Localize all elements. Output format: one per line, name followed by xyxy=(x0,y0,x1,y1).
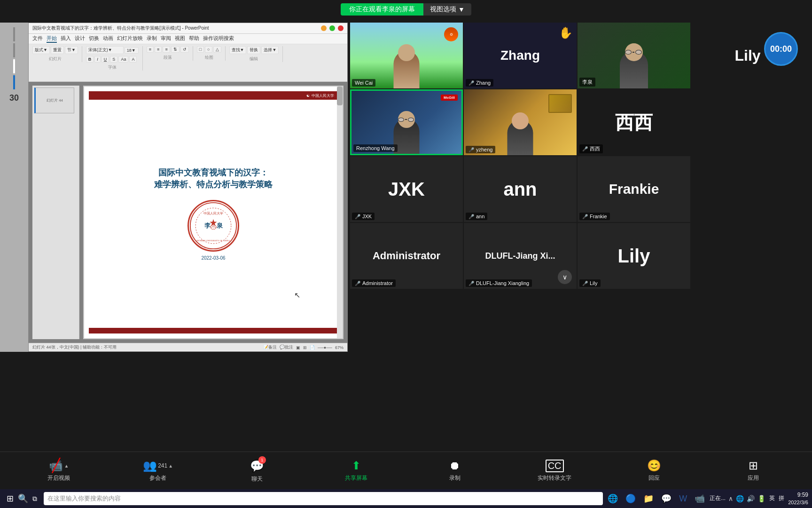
toolbar-apps[interactable]: ⊞ 应用 xyxy=(737,459,770,482)
align-center[interactable]: ≡ xyxy=(155,46,162,53)
select-btn[interactable]: 选择▼ xyxy=(261,46,279,54)
zoom-slider[interactable]: ──●── xyxy=(318,345,332,350)
people-icon: 👥 xyxy=(143,459,157,472)
screen-sharing-badge: 你正在观看李泉的屏幕 xyxy=(341,3,423,16)
taskbar-wechat[interactable]: 💬 xyxy=(658,491,674,506)
chevron-down-icon: ▼ xyxy=(458,6,465,13)
minimize-button[interactable] xyxy=(321,25,327,31)
video-chevron-icon[interactable]: ▲ xyxy=(64,463,69,468)
font-color-button[interactable]: A xyxy=(129,56,137,63)
menu-transitions[interactable]: 切换 xyxy=(89,35,99,43)
menu-review[interactable]: 审阅 xyxy=(161,35,171,43)
close-button[interactable] xyxy=(338,25,344,31)
view-reading[interactable]: 📄 xyxy=(310,345,315,350)
font-case-button[interactable]: Aa xyxy=(118,56,128,63)
bold-button[interactable]: B xyxy=(86,56,94,63)
ribbon-btn[interactable]: 重置 xyxy=(51,46,64,54)
network-icon[interactable]: 🌐 xyxy=(736,495,744,502)
video-cell-jxk[interactable]: JXK 🎤 JXK xyxy=(350,156,463,222)
ribbon-btn[interactable]: 版式▼ xyxy=(32,46,50,54)
align-right[interactable]: ≡ xyxy=(163,46,170,53)
muted-icon-jxk: 🎤 xyxy=(355,214,360,219)
toolbar-record[interactable]: ⏺ 录制 xyxy=(438,459,471,482)
taskbar-edge[interactable]: 🌐 xyxy=(605,491,621,506)
menu-slideshow[interactable]: 幻灯片放映 xyxy=(117,35,143,43)
text-direction[interactable]: ⇅ xyxy=(171,46,180,53)
shape-btn[interactable]: △ xyxy=(213,46,221,53)
admin-name: Administrator xyxy=(362,280,393,286)
video-cell-xixi[interactable]: 西西 🎤 西西 xyxy=(578,89,690,155)
slide-thumbnail-1[interactable]: 幻灯片 44 xyxy=(34,87,74,113)
participants-chevron-icon[interactable]: ▲ xyxy=(168,463,173,468)
menu-search[interactable]: 操作说明搜索 xyxy=(203,35,234,43)
ribbon-btn[interactable]: 节▼ xyxy=(65,46,78,54)
video-cell-yzheng[interactable]: 🎤 yzheng xyxy=(464,89,577,155)
ribbon-slides-group: 版式▼ 重置 节▼ 幻灯片 xyxy=(32,46,82,62)
video-cell-zhang[interactable]: Zhang ✋ 🎤 Zhang xyxy=(464,23,577,88)
video-cell-ann[interactable]: ann 🎤 ann xyxy=(464,156,577,222)
slide-main[interactable]: ☯ 中国人民大学 国际中文教育视域下的汉字： 难学辨析、特点分析与教学策略 xyxy=(83,86,344,339)
input-method-en[interactable]: 英 xyxy=(769,494,775,502)
menu-animations[interactable]: 动画 xyxy=(103,35,113,43)
toolbar-chat[interactable]: 💬 1 聊天 xyxy=(241,458,273,483)
comments-icon[interactable]: 💬批注 xyxy=(280,344,293,350)
input-method-cn[interactable]: 拼 xyxy=(779,494,784,502)
ribbon-font-select[interactable]: 宋体(正文)▼ xyxy=(86,46,124,54)
taskbar-clock[interactable]: 9:59 2022/3/6 xyxy=(788,492,808,506)
strikethrough-button[interactable]: S xyxy=(110,56,117,63)
view-options-button[interactable]: 视图选项 ▼ xyxy=(423,3,471,16)
ppt-ribbon: 版式▼ 重置 节▼ 幻灯片 宋体(正文)▼ 18▼ B I U S Aa A 字… xyxy=(29,44,347,82)
taskbar-search-box[interactable]: 在这里输入你要搜索的内容 xyxy=(44,492,603,505)
zhang-avatar: Zhang xyxy=(500,48,540,63)
notification-icon[interactable]: 正在... xyxy=(710,494,726,502)
video-cell-frankie[interactable]: Frankie 🎤 Frankie xyxy=(578,156,690,222)
shape-btn[interactable]: □ xyxy=(197,46,204,53)
underline-button[interactable]: U xyxy=(102,56,109,63)
video-cell-wei-cai[interactable]: ⚙ Wei Cai xyxy=(350,23,463,88)
video-cell-li-quan[interactable]: 李泉 xyxy=(578,23,690,88)
slide-vertical-scrollbar[interactable] xyxy=(337,87,343,338)
video-cell-dlufl[interactable]: DLUFL-Jiang Xi... 🎤 DLUFL-Jiang Xianglin… xyxy=(464,223,577,289)
toolbar-video[interactable]: 📹 ╱ ▲ 开启视频 xyxy=(42,459,75,482)
align-left[interactable]: ≡ xyxy=(147,46,154,53)
chevron-tray[interactable]: ∧ xyxy=(728,495,733,502)
menu-view[interactable]: 视图 xyxy=(175,35,185,43)
notes-icon[interactable]: 📝备注 xyxy=(263,344,277,350)
menu-help[interactable]: 帮助 xyxy=(189,35,199,43)
taskbar-search-btn[interactable]: 🔍 xyxy=(18,491,28,506)
menu-home[interactable]: 开始 xyxy=(47,35,57,43)
muted-icon-frankie: 🎤 xyxy=(582,214,588,219)
maximize-button[interactable] xyxy=(329,25,335,31)
taskbar-explorer[interactable]: 📁 xyxy=(640,491,656,506)
video-cell-admin[interactable]: Administrator 🎤 Administrator xyxy=(350,223,463,289)
menu-design[interactable]: 设计 xyxy=(75,35,85,43)
scrollbar-thumb[interactable] xyxy=(337,87,343,105)
taskbar-zoom[interactable]: 📹 xyxy=(692,491,708,506)
italic-button[interactable]: I xyxy=(94,56,101,63)
find-btn[interactable]: 查找▼ xyxy=(229,46,247,54)
timer-display[interactable]: 00:00 xyxy=(764,32,798,66)
replace-btn[interactable]: 替换 xyxy=(247,46,260,54)
convert-smartart[interactable]: ↺ xyxy=(180,46,189,53)
toolbar-share[interactable]: ⬆ 共享屏幕 xyxy=(340,459,373,482)
toolbar-participants[interactable]: 👥 241 ▲ 参会者 xyxy=(141,459,174,482)
ribbon-font-size[interactable]: 18▼ xyxy=(125,47,139,54)
toolbar-cc[interactable]: CC 实时转录文字 xyxy=(538,460,571,482)
taskbar-word[interactable]: W xyxy=(676,491,690,506)
shape-btn[interactable]: ○ xyxy=(205,46,212,53)
taskbar-start-btn[interactable]: ⊞ xyxy=(4,491,16,506)
menu-insert[interactable]: 插入 xyxy=(61,35,71,43)
speaker-icon[interactable]: 🔊 xyxy=(747,495,755,502)
expand-button[interactable]: ∨ xyxy=(558,270,572,284)
toolbar-react[interactable]: 😊 回应 xyxy=(638,459,671,482)
video-cell-renzhong[interactable]: McGill Renzhong Wang xyxy=(350,89,463,155)
word-icon: W xyxy=(679,494,687,504)
view-normal[interactable]: ▣ xyxy=(296,345,300,350)
view-slide-sorter[interactable]: ⊞ xyxy=(303,345,307,350)
windows-taskbar: ⊞ 🔍 ⧉ 在这里输入你要搜索的内容 🌐 🔵 📁 💬 W 📹 正在... ∧ 🌐… xyxy=(0,489,812,508)
taskbar-chrome[interactable]: 🔵 xyxy=(623,491,639,506)
video-cell-lily[interactable]: Lily 🎤 Lily xyxy=(578,223,690,289)
menu-file[interactable]: 文件 xyxy=(32,35,43,43)
taskbar-task-view[interactable]: ⧉ xyxy=(30,491,40,506)
menu-record[interactable]: 录制 xyxy=(147,35,157,43)
